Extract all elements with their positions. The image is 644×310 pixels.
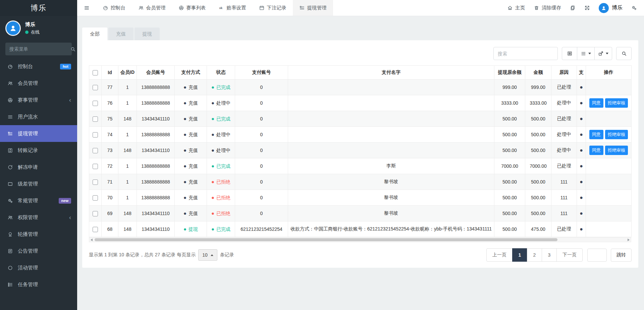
sidebar-item-转账记录[interactable]: 转账记录 [0, 142, 77, 159]
row-checkbox[interactable] [93, 164, 98, 169]
columns-dropdown-button[interactable] [577, 47, 595, 60]
reject-button[interactable]: 拒绝审核 [605, 146, 628, 155]
settings-gears-icon[interactable] [631, 5, 637, 11]
sidebar-item-公告管理[interactable]: 公告管理 [0, 243, 77, 259]
row-checkbox[interactable] [93, 179, 98, 185]
cell-truncated: ● [577, 143, 586, 158]
scrollbar-thumb[interactable] [95, 238, 557, 241]
copy-icon[interactable] [570, 5, 576, 11]
topnav-item-下注记录[interactable]: 下注记录 [253, 0, 293, 16]
cell-amount: 500.00 [525, 174, 551, 190]
circle-icon [7, 265, 13, 271]
sidebar-item-任务管理[interactable]: 任务管理 [0, 276, 77, 293]
sidebar-item-权限管理[interactable]: 权限管理‹ [0, 209, 77, 226]
topnav-item-会员管理[interactable]: 会员管理 [132, 0, 172, 16]
clear-cache-button[interactable]: 清除缓存 [534, 5, 561, 11]
sidebar-item-赛事管理[interactable]: 赛事管理‹ [0, 92, 77, 108]
page-size-select[interactable]: 10 [198, 249, 217, 261]
cell-status: ●已完成 [207, 158, 235, 174]
sidebar-item-解冻申请[interactable]: 解冻申请 [0, 159, 77, 175]
cell-balance: 3333.00 [494, 95, 525, 111]
cell-truncated: ● [577, 174, 586, 190]
sidebar-item-轮播管理[interactable]: 轮播管理 [0, 226, 77, 243]
content: 全部充值提现 [77, 16, 644, 310]
topnav-item-控制台[interactable]: 控制台 [96, 0, 132, 16]
approve-button[interactable]: 同意 [589, 130, 603, 139]
user-menu[interactable]: 博乐 [599, 3, 623, 13]
row-checkbox[interactable] [93, 85, 98, 90]
soccer-icon [178, 5, 184, 11]
sidebar-item-活动管理[interactable]: 活动管理 [0, 259, 77, 276]
cell-pay-type: ●充值 [175, 127, 207, 143]
tab-充值[interactable]: 充值 [108, 28, 133, 40]
cell-pay-account: 0 [235, 206, 288, 221]
topnav-item-赛事列表[interactable]: 赛事列表 [172, 0, 212, 16]
tab-全部[interactable]: 全部 [82, 28, 107, 40]
cell-amount: 500.00 [525, 190, 551, 206]
status-dot-icon: ● [580, 226, 583, 232]
row-checkbox[interactable] [93, 195, 98, 201]
cell-id: 72 [102, 158, 118, 174]
fullscreen-icon[interactable] [584, 5, 590, 11]
topnav-item-label: 提现管理 [307, 5, 327, 11]
soccer-icon [7, 97, 13, 103]
cell-pay-name: 收款方式：中国工商银行-收款账号：6212123215452254-收款昵称：y… [288, 221, 494, 237]
sidebar-item-常规管理[interactable]: 常规管理new [0, 192, 77, 209]
row-checkbox[interactable] [93, 227, 98, 232]
status-dot-icon: ● [211, 210, 214, 216]
sidebar-item-级差管理[interactable]: 级差管理 [0, 175, 77, 192]
search-button[interactable] [616, 47, 632, 60]
cell-status: ●已拒绝 [207, 206, 235, 221]
jump-button[interactable]: 跳转 [611, 249, 632, 262]
topnav-item-label: 赔率设置 [227, 5, 246, 11]
scroll-right-arrow-icon[interactable] [628, 239, 630, 241]
cell-actions [586, 221, 632, 237]
cell-account: 13888888888 [137, 174, 175, 190]
row-checkbox[interactable] [93, 116, 98, 122]
horizontal-scrollbar[interactable] [89, 237, 631, 242]
cell-pay-account: 0 [235, 127, 288, 143]
status-dot-icon: ● [580, 163, 583, 169]
topnav-item-提现管理[interactable]: 提现管理 [293, 0, 333, 16]
status-dot-icon: ● [183, 195, 186, 200]
jump-page-input[interactable] [587, 249, 607, 262]
approve-button[interactable]: 同意 [589, 98, 603, 108]
approve-button[interactable]: 同意 [589, 146, 603, 155]
topnav-item-赔率设置[interactable]: vk赔率设置 [212, 0, 253, 16]
user-meta: 博乐 在线 [25, 21, 40, 35]
search-icon[interactable] [70, 46, 76, 52]
reject-button[interactable]: 拒绝审核 [605, 98, 628, 108]
page-button-1[interactable]: 1 [512, 248, 527, 262]
row-checkbox[interactable] [93, 132, 98, 138]
menu-toggle-icon[interactable] [77, 0, 96, 16]
tab-提现[interactable]: 提现 [135, 28, 160, 40]
cell-reason: 处理中 [551, 143, 577, 158]
sidebar-item-控制台[interactable]: 控制台hot [0, 58, 77, 75]
export-icon [598, 51, 604, 56]
select-all-checkbox[interactable] [93, 70, 98, 75]
sidebar-item-用户流水[interactable]: 用户流水 [0, 108, 77, 125]
scroll-left-arrow-icon[interactable] [91, 239, 93, 241]
sidebar-item-提现管理[interactable]: 提现管理 [0, 125, 77, 142]
cell-reason: 处理中 [551, 127, 577, 143]
cell-select [89, 111, 102, 127]
export-dropdown-button[interactable] [594, 47, 612, 60]
cell-id: 75 [102, 111, 118, 127]
page-button-3[interactable]: 3 [542, 248, 557, 262]
sidebar-item-会员管理[interactable]: 会员管理 [0, 75, 77, 92]
clear-cache-label: 清除缓存 [542, 5, 561, 11]
sidebar-search-input[interactable] [9, 46, 70, 52]
cell-truncated: ● [577, 206, 586, 221]
status-dot-icon: ● [211, 132, 214, 137]
cell-truncated: ● [577, 111, 586, 127]
reject-button[interactable]: 拒绝审核 [605, 130, 628, 139]
page-button-2[interactable]: 2 [527, 248, 542, 262]
row-checkbox[interactable] [93, 148, 98, 153]
home-link[interactable]: 主页 [507, 5, 525, 11]
next-page-button[interactable]: 下一页 [556, 248, 583, 262]
row-checkbox[interactable] [93, 101, 98, 106]
toggle-view-button[interactable] [562, 47, 577, 60]
table-search-input[interactable] [493, 47, 558, 60]
row-checkbox[interactable] [93, 211, 98, 216]
prev-page-button[interactable]: 上一页 [486, 248, 513, 262]
